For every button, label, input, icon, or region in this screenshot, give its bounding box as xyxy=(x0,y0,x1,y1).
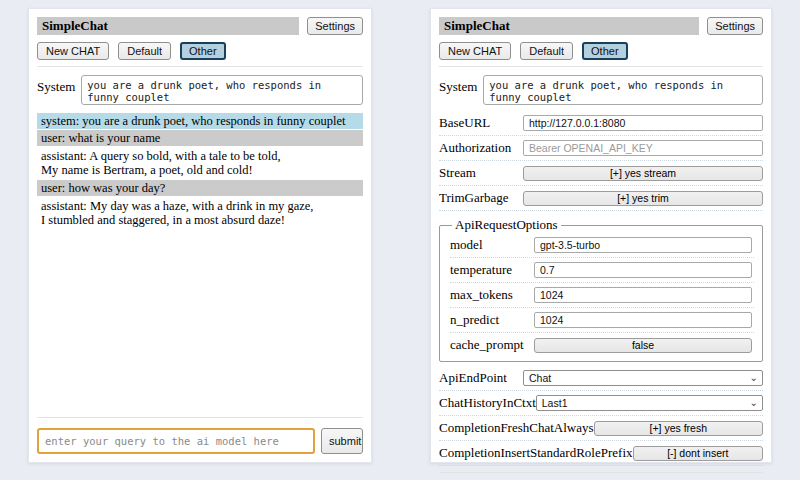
divider xyxy=(439,472,763,473)
cache-prompt-label: cache_prompt xyxy=(450,337,524,353)
cache-prompt-toggle-button[interactable]: false xyxy=(534,338,752,353)
chevron-down-icon: ⌄ xyxy=(750,374,758,382)
app-title: SimpleChat xyxy=(439,17,699,35)
baseurl-label: BaseURL xyxy=(439,115,490,131)
settings-panel: SimpleChat Settings New CHAT Default Oth… xyxy=(430,8,772,463)
message-line: assistant: My day was a haze, with a dri… xyxy=(41,199,359,213)
stream-label: Stream xyxy=(439,165,476,181)
setting-row-max-tokens: max_tokens xyxy=(450,283,754,308)
message-text: user: how was your day? xyxy=(41,181,165,195)
message-line: I stumbled and staggered, in a most absu… xyxy=(41,213,359,227)
max-tokens-input[interactable] xyxy=(534,287,752,303)
authorization-label: Authorization xyxy=(439,140,511,156)
apiendpoint-label: ApiEndPoint xyxy=(439,370,507,386)
setting-row-authorization: Authorization xyxy=(439,136,763,161)
query-input[interactable] xyxy=(37,428,315,454)
session-toolbar: New CHAT Default Other xyxy=(37,42,363,60)
setting-row-completionfreshchatalways: CompletionFreshChatAlways [+] yes fresh xyxy=(439,416,763,441)
setting-row-stream: Stream [+] yes stream xyxy=(439,161,763,186)
setting-row-model: model xyxy=(450,233,754,258)
api-request-options-fieldset: ApiRequestOptions model temperature max_… xyxy=(439,217,763,362)
settings-list: BaseURL Authorization Stream [+] yes str… xyxy=(439,111,763,466)
session-tab-default[interactable]: Default xyxy=(520,42,573,60)
chat-history: system: you are a drunk poet, who respon… xyxy=(37,113,363,230)
system-prompt-input[interactable]: you are a drunk poet, who responds in fu… xyxy=(483,75,763,105)
temperature-label: temperature xyxy=(450,262,512,278)
chat-message-user: user: what is your name xyxy=(37,130,363,146)
divider xyxy=(439,66,763,67)
header: SimpleChat Settings xyxy=(37,17,363,35)
trimgarbage-toggle-button[interactable]: [+] yes trim xyxy=(523,191,763,206)
max-tokens-label: max_tokens xyxy=(450,287,513,303)
system-label: System xyxy=(37,75,75,95)
new-chat-button[interactable]: New CHAT xyxy=(439,42,511,60)
chat-message-assistant: assistant: A query so bold, with a tale … xyxy=(37,147,363,179)
model-input[interactable] xyxy=(534,237,752,253)
completioninsertstandardroleprefix-toggle-button[interactable]: [-] dont insert xyxy=(633,446,763,461)
stream-toggle-button[interactable]: [+] yes stream xyxy=(523,166,763,181)
message-line: My name is Bertram, a poet, old and cold… xyxy=(41,163,359,177)
n-predict-label: n_predict xyxy=(450,312,499,328)
completionfreshchatalways-toggle-button[interactable]: [+] yes fresh xyxy=(594,421,763,436)
setting-row-chathistoryinctxt: ChatHistoryInCtxt Last1 ⌄ xyxy=(439,391,763,416)
chathistoryinctxt-selected-value: Last1 xyxy=(542,397,568,409)
n-predict-input[interactable] xyxy=(534,312,752,328)
query-row: submit xyxy=(37,428,363,454)
session-tab-other[interactable]: Other xyxy=(582,42,628,60)
baseurl-input[interactable] xyxy=(523,115,763,131)
setting-row-n-predict: n_predict xyxy=(450,308,754,333)
message-line: assistant: A query so bold, with a tale … xyxy=(41,149,359,163)
system-label: System xyxy=(439,75,477,95)
divider xyxy=(37,417,363,418)
chevron-down-icon: ⌄ xyxy=(750,399,758,407)
settings-button[interactable]: Settings xyxy=(707,17,763,35)
setting-row-baseurl: BaseURL xyxy=(439,111,763,136)
message-text: user: what is your name xyxy=(41,131,160,145)
system-prompt-row: System you are a drunk poet, who respond… xyxy=(439,75,763,105)
session-toolbar: New CHAT Default Other xyxy=(439,42,763,60)
authorization-input[interactable] xyxy=(523,140,763,156)
chat-message-user: user: how was your day? xyxy=(37,180,363,196)
chathistoryinctxt-select[interactable]: Last1 ⌄ xyxy=(536,395,763,411)
divider xyxy=(37,66,363,67)
header: SimpleChat Settings xyxy=(439,17,763,35)
chathistoryinctxt-label: ChatHistoryInCtxt xyxy=(439,395,536,411)
new-chat-button[interactable]: New CHAT xyxy=(37,42,109,60)
session-tab-default[interactable]: Default xyxy=(118,42,171,60)
chat-message-system: system: you are a drunk poet, who respon… xyxy=(37,113,363,129)
spacer xyxy=(37,230,363,411)
app-title: SimpleChat xyxy=(37,17,299,35)
completionfreshchatalways-label: CompletionFreshChatAlways xyxy=(439,420,594,436)
api-request-options-legend: ApiRequestOptions xyxy=(452,217,561,233)
completioninsertstandardroleprefix-label: CompletionInsertStandardRolePrefix xyxy=(439,445,633,461)
trimgarbage-label: TrimGarbage xyxy=(439,190,509,206)
submit-button[interactable]: submit xyxy=(321,428,363,454)
apiendpoint-select[interactable]: Chat ⌄ xyxy=(523,370,763,386)
setting-row-temperature: temperature xyxy=(450,258,754,283)
setting-row-trimgarbage: TrimGarbage [+] yes trim xyxy=(439,186,763,211)
temperature-input[interactable] xyxy=(534,262,752,278)
setting-row-completioninsertstandardroleprefix: CompletionInsertStandardRolePrefix [-] d… xyxy=(439,441,763,466)
setting-row-cache-prompt: cache_prompt false xyxy=(450,333,754,357)
session-tab-other[interactable]: Other xyxy=(180,42,226,60)
setting-row-apiendpoint: ApiEndPoint Chat ⌄ xyxy=(439,366,763,391)
chat-panel: SimpleChat Settings New CHAT Default Oth… xyxy=(28,8,372,463)
settings-button[interactable]: Settings xyxy=(307,17,363,35)
message-text: system: you are a drunk poet, who respon… xyxy=(41,114,345,128)
chat-message-assistant: assistant: My day was a haze, with a dri… xyxy=(37,197,363,229)
system-prompt-input[interactable]: you are a drunk poet, who responds in fu… xyxy=(81,75,363,105)
apiendpoint-selected-value: Chat xyxy=(529,372,551,384)
system-prompt-row: System you are a drunk poet, who respond… xyxy=(37,75,363,105)
model-label: model xyxy=(450,237,483,253)
